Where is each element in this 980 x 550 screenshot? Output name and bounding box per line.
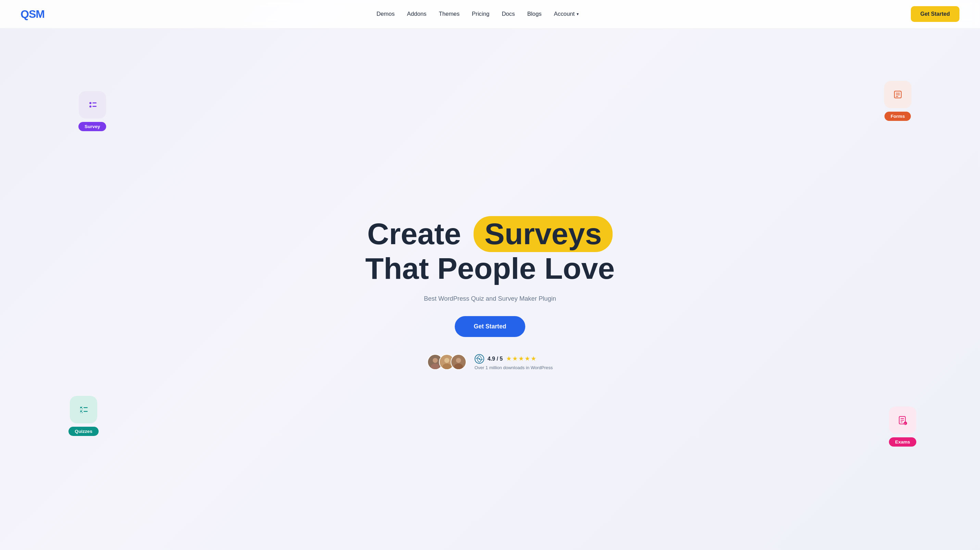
svg-rect-13	[900, 418, 904, 419]
survey-icon	[86, 99, 99, 111]
nav-link-demos[interactable]: Demos	[376, 11, 395, 17]
nav-link-themes[interactable]: Themes	[439, 11, 460, 17]
svg-rect-5	[84, 407, 88, 408]
survey-label: Survey	[78, 122, 106, 131]
avatar	[450, 354, 466, 370]
exams-icon-box: !	[889, 407, 916, 434]
exams-icon: !	[896, 414, 909, 426]
hero-heading-create: Create	[368, 217, 461, 251]
svg-rect-2	[92, 102, 97, 103]
float-quizzes-card: Quizzes	[68, 396, 98, 436]
hero-subtitle: Best WordPress Quiz and Survey Maker Plu…	[424, 295, 556, 302]
social-proof: 4.9 / 5 ★★★★★ Over 1 million downloads i…	[427, 354, 553, 370]
forms-icon-box	[884, 81, 912, 108]
nav-item-account[interactable]: Account ▾	[554, 11, 579, 17]
svg-rect-11	[896, 96, 898, 97]
quizzes-icon-box	[70, 396, 97, 423]
svg-point-1	[89, 105, 91, 108]
svg-point-22	[444, 358, 449, 363]
wordpress-icon	[474, 354, 484, 364]
hero-heading-highlight: Surveys	[474, 216, 612, 252]
hero-heading: Create Surveys That People Love	[365, 216, 615, 285]
nav-item-addons[interactable]: Addons	[407, 11, 426, 17]
rating-top: 4.9 / 5 ★★★★★	[474, 354, 537, 364]
svg-point-0	[89, 102, 91, 104]
nav-item-themes[interactable]: Themes	[439, 11, 460, 17]
svg-point-20	[431, 364, 440, 370]
nav-link-docs[interactable]: Docs	[502, 11, 515, 17]
quizzes-label: Quizzes	[68, 427, 98, 436]
nav-link-account[interactable]: Account ▾	[554, 11, 579, 17]
nav-item-pricing[interactable]: Pricing	[472, 11, 489, 17]
nav-item-demos[interactable]: Demos	[376, 11, 395, 17]
survey-icon-box	[79, 91, 106, 119]
svg-rect-9	[896, 93, 900, 94]
svg-point-19	[433, 358, 438, 363]
chevron-down-icon: ▾	[577, 12, 579, 16]
float-survey-card: Survey	[78, 91, 106, 131]
svg-rect-14	[900, 420, 904, 421]
quizzes-icon	[77, 404, 90, 416]
svg-rect-10	[896, 95, 900, 95]
float-exams-card: ! Exams	[889, 407, 916, 447]
svg-rect-3	[92, 106, 97, 107]
rating-block: 4.9 / 5 ★★★★★ Over 1 million downloads i…	[474, 354, 553, 370]
svg-point-26	[454, 364, 463, 370]
hero-section: Survey Quizzes Forms	[0, 29, 980, 550]
float-forms-card: Forms	[884, 81, 912, 121]
nav-link-blogs[interactable]: Blogs	[527, 11, 542, 17]
hero-get-started-button[interactable]: Get Started	[455, 316, 526, 337]
svg-point-23	[442, 364, 451, 370]
logo[interactable]: QSM	[21, 8, 45, 21]
svg-text:!: !	[904, 422, 905, 425]
downloads-text: Over 1 million downloads in WordPress	[474, 365, 553, 370]
avatar-group	[427, 354, 466, 370]
nav-link-pricing[interactable]: Pricing	[472, 11, 489, 17]
star-rating: ★★★★★	[506, 355, 537, 362]
nav-link-addons[interactable]: Addons	[407, 11, 426, 17]
nav-links: Demos Addons Themes Pricing Docs Blogs A…	[376, 11, 579, 17]
svg-point-25	[456, 358, 461, 363]
navbar: QSM Demos Addons Themes Pricing Docs Blo…	[0, 0, 980, 29]
hero-heading-line2: That People Love	[365, 251, 615, 285]
forms-label: Forms	[885, 112, 911, 121]
rating-score: 4.9 / 5	[488, 356, 503, 362]
nav-item-blogs[interactable]: Blogs	[527, 11, 542, 17]
nav-get-started-button[interactable]: Get Started	[911, 6, 959, 22]
forms-icon	[892, 88, 904, 101]
exams-label: Exams	[889, 437, 916, 447]
svg-rect-7	[84, 411, 88, 412]
nav-item-docs[interactable]: Docs	[502, 11, 515, 17]
svg-rect-15	[900, 421, 903, 422]
